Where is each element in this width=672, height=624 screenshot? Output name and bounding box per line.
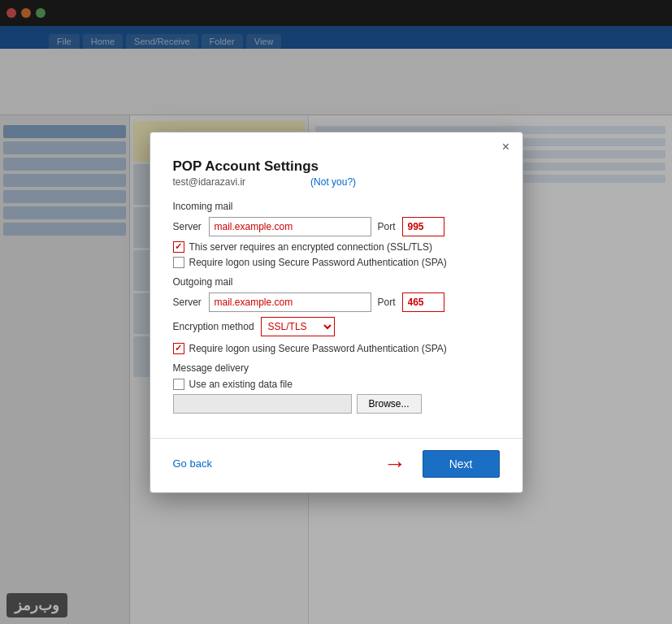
incoming-spa-label: Require logon using Secure Password Auth… [189, 257, 447, 268]
outgoing-server-input[interactable] [209, 292, 371, 312]
dialog-body: POP Account Settings test@idarazavi.ir (… [150, 158, 522, 430]
close-button[interactable]: × [498, 139, 514, 155]
existing-file-checkbox-row: Use an existing data file [173, 379, 500, 390]
encryption-label: Encryption method [173, 321, 254, 332]
existing-file-checkbox[interactable] [173, 379, 184, 390]
outgoing-port-input[interactable] [402, 292, 444, 312]
pop-account-settings-dialog: × POP Account Settings test@idarazavi.ir… [150, 132, 523, 493]
incoming-port-label: Port [378, 221, 396, 232]
incoming-spa-checkbox-row: Require logon using Secure Password Auth… [173, 257, 500, 268]
outgoing-port-label: Port [378, 297, 396, 308]
incoming-spa-checkbox[interactable] [173, 257, 184, 268]
incoming-server-label: Server [173, 221, 202, 232]
outgoing-server-row: Server Port [173, 292, 500, 312]
incoming-ssl-checkbox-row: This server requires an encrypted connec… [173, 241, 500, 253]
incoming-ssl-checkbox[interactable] [173, 241, 184, 253]
arrow-indicator: → [384, 453, 406, 475]
outgoing-spa-label: Require logon using Secure Password Auth… [189, 343, 447, 354]
outgoing-server-label: Server [173, 297, 202, 308]
outgoing-spa-checkbox[interactable] [173, 343, 184, 354]
footer-right: → Next [384, 450, 500, 478]
browse-button[interactable]: Browse... [357, 394, 422, 414]
dialog-title: POP Account Settings [173, 158, 500, 175]
encryption-select[interactable]: SSL/TLS None STARTTLS Auto [261, 317, 335, 336]
modal-overlay: × POP Account Settings test@idarazavi.ir… [0, 0, 672, 624]
outgoing-spa-checkbox-row: Require logon using Secure Password Auth… [173, 343, 500, 354]
file-path-input[interactable] [173, 394, 352, 414]
file-path-row: Browse... [173, 394, 500, 414]
incoming-server-input[interactable] [209, 217, 371, 236]
incoming-port-input[interactable] [402, 217, 444, 236]
dialog-title-bar: × [150, 132, 522, 158]
incoming-server-row: Server Port [173, 217, 500, 236]
message-delivery-label: Message delivery [173, 362, 500, 374]
existing-file-label: Use an existing data file [189, 379, 293, 390]
incoming-mail-section-label: Incoming mail [173, 201, 500, 212]
dialog-subheading: test@idarazavi.ir (Not you?) [173, 176, 500, 188]
incoming-ssl-label: This server requires an encrypted connec… [189, 241, 432, 253]
account-email: test@idarazavi.ir [173, 176, 246, 188]
encryption-row: Encryption method SSL/TLS None STARTTLS … [173, 317, 500, 336]
dialog-footer: Go back → Next [150, 438, 522, 492]
outgoing-mail-section-label: Outgoing mail [173, 276, 500, 288]
next-button[interactable]: Next [423, 450, 500, 478]
go-back-button[interactable]: Go back [173, 457, 212, 470]
not-you-link[interactable]: (Not you?) [310, 176, 356, 188]
